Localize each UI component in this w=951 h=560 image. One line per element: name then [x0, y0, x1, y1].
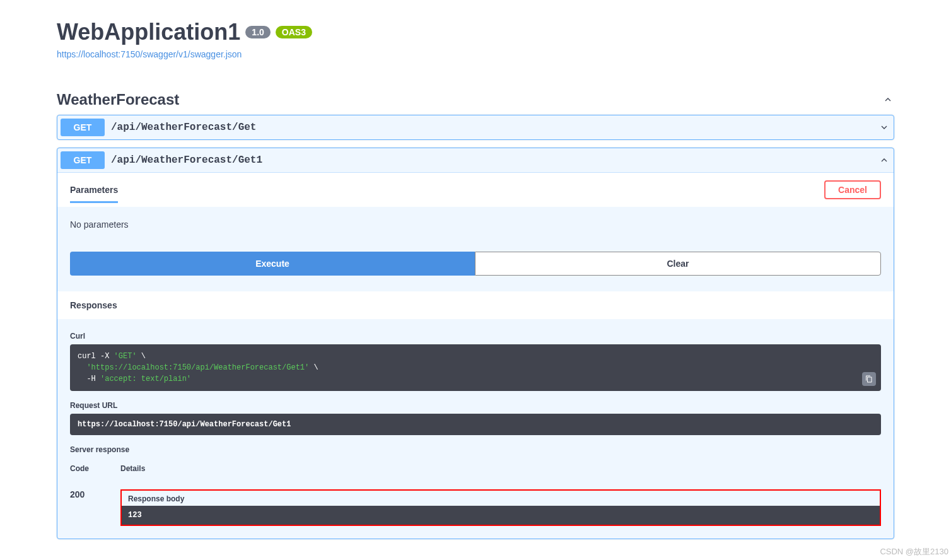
- endpoint-path: /api/WeatherForecast/Get: [111, 122, 878, 133]
- endpoint-path: /api/WeatherForecast/Get1: [111, 155, 878, 166]
- response-row: 200 Response body 123: [70, 479, 881, 526]
- execute-button[interactable]: Execute: [70, 252, 475, 276]
- request-url: https://localhost:7150/api/WeatherForeca…: [70, 414, 881, 435]
- cancel-button[interactable]: Cancel: [824, 180, 881, 199]
- details-column-header: Details: [120, 464, 145, 473]
- opblock-get: GET /api/WeatherForecast/Get: [57, 115, 894, 140]
- copy-icon[interactable]: [862, 372, 876, 386]
- chevron-up-icon: [882, 93, 894, 106]
- clear-button[interactable]: Clear: [475, 252, 881, 276]
- no-parameters-text: No parameters: [57, 207, 894, 242]
- opblock-summary[interactable]: GET /api/WeatherForecast/Get1: [57, 148, 894, 172]
- oas-badge: OAS3: [276, 26, 312, 38]
- server-response-label: Server response: [70, 445, 881, 454]
- responses-title: Responses: [57, 291, 894, 319]
- version-badge: 1.0: [245, 26, 270, 38]
- app-title: WebApplication1: [57, 19, 240, 45]
- tag-name: WeatherForecast: [57, 91, 179, 108]
- swagger-url-link[interactable]: https://localhost:7150/swagger/v1/swagge…: [57, 49, 242, 59]
- status-code: 200: [70, 489, 89, 526]
- response-details: Response body 123: [120, 489, 881, 526]
- method-badge: GET: [61, 151, 105, 169]
- opblock-get1: GET /api/WeatherForecast/Get1 Parameters…: [57, 148, 894, 539]
- header: WebApplication1 1.0 OAS3 https://localho…: [57, 19, 894, 59]
- request-url-label: Request URL: [70, 401, 881, 410]
- parameters-header: Parameters Cancel: [57, 173, 894, 207]
- response-table-header: Code Details: [70, 458, 881, 479]
- chevron-up-icon: [878, 154, 890, 166]
- parameters-title: Parameters: [70, 185, 118, 195]
- opblock-summary[interactable]: GET /api/WeatherForecast/Get: [57, 115, 894, 139]
- code-column-header: Code: [70, 464, 89, 473]
- watermark: CSDN @故里2130: [880, 546, 948, 547]
- response-body-label: Response body: [122, 491, 880, 506]
- tag-header[interactable]: WeatherForecast: [57, 85, 894, 115]
- method-badge: GET: [61, 119, 105, 136]
- chevron-down-icon: [878, 121, 890, 134]
- curl-label: Curl: [70, 332, 881, 341]
- response-body-content: 123: [122, 506, 880, 525]
- curl-block: curl -X 'GET' \ 'https://localhost:7150/…: [70, 344, 881, 391]
